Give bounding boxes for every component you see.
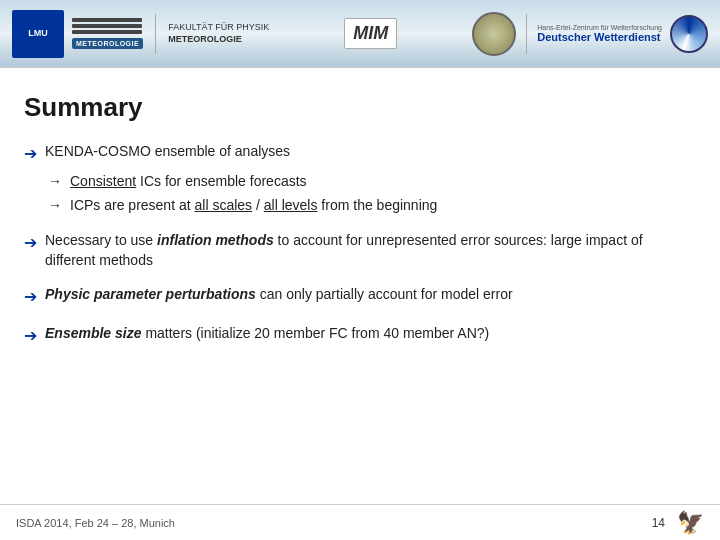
- uni-text-block: METEOROLOGIE: [72, 18, 143, 49]
- dwd-title: Deutscher Wetterdienst: [537, 31, 660, 43]
- meteor-badge: METEOROLOGIE: [72, 38, 143, 49]
- footer-right-group: 14 🦅: [652, 510, 704, 536]
- bullet-text-3: Physic parameter perturbations can only …: [45, 284, 513, 304]
- sub-text-1-2: ICPs are present at all scales / all lev…: [70, 195, 437, 215]
- mim-logo: MIM: [344, 18, 397, 49]
- divider-1: [155, 14, 156, 54]
- arrow-icon-2: ➔: [24, 231, 37, 254]
- main-content: Summary ➔ KENDA-COSMO ensemble of analys…: [0, 68, 720, 347]
- sub-item-1-2: → ICPs are present at all scales / all l…: [48, 195, 696, 215]
- bullet-section-3: ➔ Physic parameter perturbations can onl…: [24, 284, 696, 308]
- footer-date: ISDA 2014, Feb 24 – 28, Munich: [16, 517, 175, 529]
- arrow-icon-1: ➔: [24, 142, 37, 165]
- mim-text: MIM: [353, 23, 388, 43]
- bullet-item-3: ➔ Physic parameter perturbations can onl…: [24, 284, 696, 308]
- lmu-logo: LMU: [12, 10, 64, 58]
- sub-item-1-1: → Consistent ICs for ensemble forecasts: [48, 171, 696, 191]
- bullet-text-2: Necessary to use inflation methods to ac…: [45, 230, 696, 271]
- uni-line-1: [72, 18, 142, 22]
- fakultat-text: FAKULTÄT FÜR PHYSIK METEOROLOGIE: [168, 22, 269, 45]
- seal-emblem: [472, 12, 516, 56]
- dwd-subtitle: Hans-Ertel-Zentrum für Wetterforschung: [537, 24, 662, 31]
- sub-arrow-1: →: [48, 171, 62, 191]
- eagle-icon: 🦅: [677, 510, 704, 536]
- page-title: Summary: [24, 92, 696, 123]
- bullet-item-2: ➔ Necessary to use inflation methods to …: [24, 230, 696, 271]
- arrow-icon-3: ➔: [24, 285, 37, 308]
- sub-text-1-1: Consistent ICs for ensemble forecasts: [70, 171, 307, 191]
- dwd-logo-circle: [670, 15, 708, 53]
- sub-arrow-2: →: [48, 195, 62, 215]
- divider-2: [526, 14, 527, 54]
- bullet-item-4: ➔ Ensemble size matters (initialize 20 m…: [24, 323, 696, 347]
- header-left: LMU METEOROLOGIE FAKULTÄT FÜR PHYSIK MET…: [12, 10, 269, 58]
- bullet-section-4: ➔ Ensemble size matters (initialize 20 m…: [24, 323, 696, 347]
- bullet-text-1: KENDA-COSMO ensemble of analyses: [45, 141, 290, 161]
- uni-line-3: [72, 30, 142, 34]
- uni-line-2: [72, 24, 142, 28]
- dwd-text-block: Hans-Ertel-Zentrum für Wetterforschung D…: [537, 24, 662, 43]
- bullet-item-1: ➔ KENDA-COSMO ensemble of analyses: [24, 141, 696, 165]
- bullet-section-1: ➔ KENDA-COSMO ensemble of analyses → Con…: [24, 141, 696, 216]
- arrow-icon-4: ➔: [24, 324, 37, 347]
- header-banner: LMU METEOROLOGIE FAKULTÄT FÜR PHYSIK MET…: [0, 0, 720, 68]
- header-right: Hans-Ertel-Zentrum für Wetterforschung D…: [472, 12, 708, 56]
- footer-page: 14: [652, 516, 665, 530]
- lmu-text: LMU: [28, 29, 48, 39]
- bullet-text-4: Ensemble size matters (initialize 20 mem…: [45, 323, 489, 343]
- footer: ISDA 2014, Feb 24 – 28, Munich 14 🦅: [0, 504, 720, 540]
- bullet-section-2: ➔ Necessary to use inflation methods to …: [24, 230, 696, 271]
